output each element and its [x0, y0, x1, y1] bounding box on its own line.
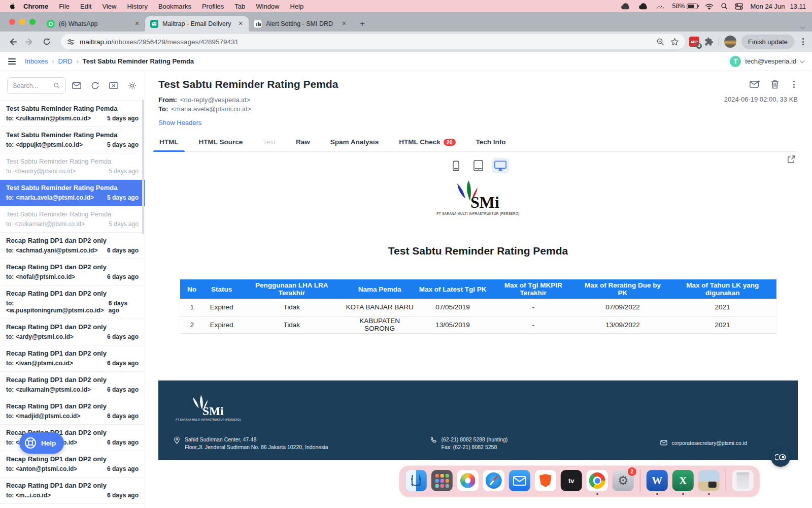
tab-spam-analysis[interactable]: Spam Analysis [329, 134, 380, 151]
dock-chrome-icon[interactable] [587, 470, 608, 491]
finish-update-button[interactable]: Finish update [741, 35, 794, 49]
close-tab-icon[interactable]: × [340, 20, 348, 28]
minimize-window-button[interactable] [19, 19, 25, 25]
tab-alert-setting[interactable]: Alert Setting - SMI DRD × [249, 16, 352, 31]
account-menu[interactable]: T tech@vesperia.id [730, 56, 804, 67]
cloud-status-icon[interactable] [620, 3, 630, 10]
close-window-button[interactable] [9, 19, 15, 25]
address-bar[interactable]: mailtrap.io/inboxes/2956429/messages/428… [61, 34, 685, 49]
forward-button[interactable] [22, 35, 37, 49]
dots-status-icon[interactable] [656, 3, 665, 9]
mobile-preview-icon[interactable] [447, 158, 464, 173]
email-list-item[interactable]: Recap Rating DP1 dan DP2 onlyto: <nofal@… [0, 259, 145, 285]
apple-logo-icon[interactable] [9, 2, 16, 10]
battery-indicator[interactable]: 58% [672, 3, 698, 10]
close-tab-icon[interactable]: × [236, 20, 245, 28]
reload-button[interactable] [40, 35, 54, 49]
breadcrumb-inboxes[interactable]: Inboxes [25, 57, 48, 65]
tablet-preview-icon[interactable] [469, 158, 487, 173]
menu-file[interactable]: File [59, 3, 70, 10]
email-list-item[interactable]: Test Sabtu Reminder Rating Pemdato: <zul… [0, 206, 145, 233]
control-center-icon[interactable] [735, 3, 743, 10]
email-list-item[interactable]: Recap Rating DP1 dan DP2 onlyto: <madjid… [0, 398, 145, 425]
wifi-icon[interactable] [705, 3, 714, 10]
adblock-extension-icon[interactable]: ABP4 [689, 37, 699, 47]
email-list-item[interactable]: Recap Rating DP1 dan DP2 onlyto: <anton@… [0, 451, 145, 478]
email-list-item[interactable]: Test Sabtu Reminder Rating Pemdato: <hen… [0, 153, 145, 180]
spotlight-icon[interactable] [721, 3, 728, 10]
menu-profiles[interactable]: Profiles [202, 3, 224, 10]
new-tab-button[interactable]: + [355, 17, 369, 31]
help-button[interactable]: Help [19, 432, 64, 454]
tab-search-chevron-icon[interactable] [797, 26, 808, 28]
dock-settings-icon[interactable]: ⚙2 [613, 470, 634, 491]
menu-bookmarks[interactable]: Bookmarks [158, 3, 191, 10]
mark-read-icon[interactable] [70, 78, 84, 93]
show-headers-link[interactable]: Show Headers [158, 119, 201, 126]
dock-safari-icon[interactable] [483, 470, 504, 491]
dock-photos-icon[interactable] [457, 470, 479, 491]
consent-toggle-button[interactable] [771, 448, 790, 467]
dock-launchpad-icon[interactable] [431, 470, 453, 491]
clear-inbox-icon[interactable] [106, 78, 121, 93]
sidebar-scrollbar[interactable] [142, 100, 144, 234]
search-box[interactable] [7, 77, 66, 94]
close-tab-icon[interactable]: × [133, 20, 141, 28]
menu-help[interactable]: Help [290, 3, 304, 10]
dock-screenshot-icon[interactable] [698, 470, 720, 491]
tab-tech-info[interactable]: Tech Info [475, 134, 507, 151]
back-button[interactable] [5, 35, 19, 49]
tab-html-source[interactable]: HTML Source [198, 134, 244, 151]
menu-chrome[interactable]: Chrome [23, 3, 48, 10]
menu-window[interactable]: Window [256, 3, 279, 10]
email-time: 6 days ago [107, 273, 139, 280]
email-list-item[interactable]: Recap Rating DP1 dan DP2 onlyto: <ivan@p… [0, 345, 145, 372]
email-list-item[interactable]: Recap Rating DP1 dan DP2 onlyto: <zulkar… [0, 372, 145, 398]
email-list-item[interactable]: Recap Rating DP1 dan DP2 onlyto: <achmad… [0, 233, 145, 259]
hamburger-menu-icon[interactable] [8, 58, 16, 65]
menu-history[interactable]: History [127, 3, 147, 10]
message-more-icon[interactable] [790, 80, 798, 89]
forward-email-icon[interactable] [750, 80, 760, 88]
menu-view[interactable]: View [102, 3, 116, 10]
dock-brave-icon[interactable] [535, 470, 556, 491]
settings-gear-icon[interactable] [125, 78, 140, 93]
dock-finder-icon[interactable] [405, 470, 427, 491]
site-settings-icon[interactable] [67, 38, 75, 46]
breadcrumb-drd[interactable]: DRD [58, 57, 73, 65]
dock-appletv-icon[interactable]: tv [561, 470, 582, 491]
menu-tab[interactable]: Tab [234, 3, 245, 10]
email-list-item[interactable]: Recap Rating DP1 dan DP2 onlyto: <ardy@p… [0, 319, 145, 345]
chrome-menu-icon[interactable] [799, 37, 807, 46]
dock-mail-icon[interactable] [509, 470, 530, 491]
tab-html[interactable]: HTML [158, 134, 180, 151]
url-text[interactable]: mailtrap.io/inboxes/2956429/messages/428… [80, 38, 656, 46]
extensions-puzzle-icon[interactable] [704, 37, 714, 46]
email-list-item-selected[interactable]: Test Sabtu Reminder Rating Pemdato: <mar… [0, 180, 145, 206]
menubar-clock[interactable]: Mon 24 Jun 13.11 [750, 3, 806, 10]
dock-word-icon[interactable]: W [647, 470, 668, 491]
profile-avatar[interactable] [724, 36, 736, 48]
email-list-item[interactable]: Recap Rating DP1 dan DP2 only [0, 504, 145, 508]
desktop-preview-icon[interactable] [492, 158, 509, 173]
email-list-item[interactable]: Recap Rating DP1 dan DP2 onlyto: <w.pusp… [0, 285, 145, 319]
email-list-item[interactable]: Test Sabtu Reminder Rating Pemdato: <dpp… [0, 127, 145, 153]
tab-mailtrap[interactable]: Mailtrap - Email Delivery Platf × [145, 16, 249, 31]
delete-email-icon[interactable] [771, 80, 779, 89]
email-list-item[interactable]: Recap Rating DP1 dan DP2 onlyto: <m...i.… [0, 478, 145, 504]
dock-trash-icon[interactable] [732, 470, 754, 491]
fullscreen-window-button[interactable] [29, 19, 36, 25]
zoom-out-icon[interactable] [656, 38, 664, 46]
tab-whatsapp[interactable]: (6) WhatsApp × [42, 16, 145, 31]
search-input[interactable] [13, 82, 53, 89]
menu-edit[interactable]: Edit [80, 3, 91, 10]
refresh-icon[interactable] [88, 78, 103, 93]
tab-html-check[interactable]: HTML Check20 [398, 134, 456, 151]
email-list-item[interactable]: Test Sabtu Reminder Rating Pemdato: <zul… [0, 101, 145, 127]
email-to: to: <madjid@ptsmi.co.id> [6, 412, 80, 420]
open-external-icon[interactable] [787, 155, 796, 164]
bookmark-star-icon[interactable] [670, 38, 679, 46]
cloud-sync-icon[interactable] [637, 3, 649, 10]
tab-raw[interactable]: Raw [295, 134, 311, 151]
dock-excel-icon[interactable]: X [672, 470, 694, 491]
